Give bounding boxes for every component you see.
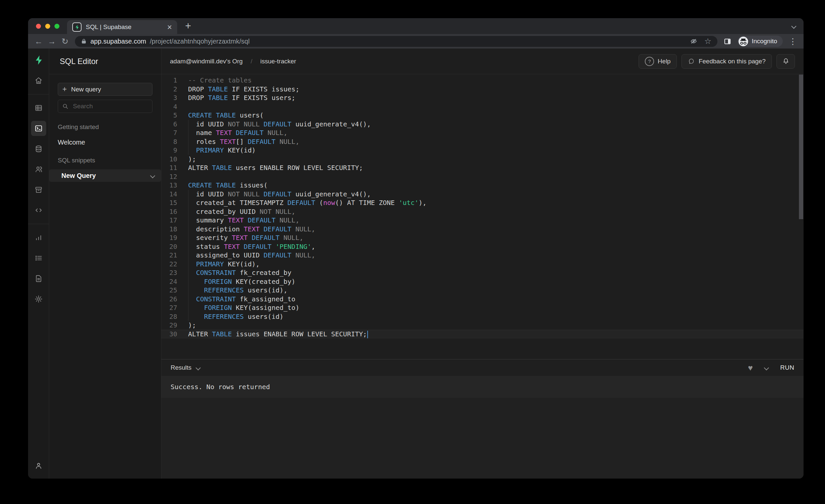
code-line[interactable]: 17 summary TEXT DEFAULT NULL, <box>161 216 804 225</box>
line-number: 5 <box>161 111 177 120</box>
code-line[interactable]: 18 description TEXT DEFAULT NULL, <box>161 225 804 234</box>
tab-search-chevron-icon[interactable] <box>792 23 796 29</box>
favorite-heart-icon[interactable]: ♥ <box>748 364 753 372</box>
code-line[interactable]: 9 PRIMARY KEY(id) <box>161 146 804 155</box>
storage-icon[interactable] <box>31 182 46 197</box>
window-maximize-button[interactable] <box>55 24 59 29</box>
docs-file-icon[interactable] <box>31 271 46 286</box>
code-line[interactable]: 21 assigned_to UUID DEFAULT NULL, <box>161 251 804 260</box>
nav-rail <box>28 49 49 479</box>
privacy-eye-off-icon[interactable] <box>690 37 698 45</box>
feedback-label: Feedback on this page? <box>699 58 766 65</box>
line-number: 23 <box>161 268 177 277</box>
code-line[interactable]: 23 CONSTRAINT fk_created_by <box>161 268 804 277</box>
sidebar-item-welcome[interactable]: Welcome <box>58 139 152 146</box>
search-box[interactable] <box>58 100 152 113</box>
line-number: 16 <box>161 207 177 216</box>
search-input[interactable] <box>72 102 148 110</box>
code-line[interactable]: 1-- Create tables <box>161 76 804 85</box>
code-line[interactable]: 8 roles TEXT[] DEFAULT NULL, <box>161 137 804 146</box>
results-empty-area <box>161 398 804 479</box>
supabase-logo-icon[interactable] <box>31 53 46 68</box>
code-line[interactable]: 14 id UUID NOT NULL DEFAULT uuid_generat… <box>161 190 804 199</box>
sidebar-item-new-query[interactable]: New Query <box>49 169 161 182</box>
reload-button[interactable]: ↻ <box>58 37 72 46</box>
browser-toolbar: ← → ↻ app.supabase.com/project/azahtnhqo… <box>28 34 804 49</box>
line-number: 6 <box>161 120 177 129</box>
run-options-chevron-icon[interactable] <box>764 365 769 370</box>
code-editor[interactable]: 1-- Create tables2DROP TABLE IF EXISTS i… <box>161 74 804 359</box>
code-line[interactable]: 25 REFERENCES users(id), <box>161 286 804 295</box>
page-title: SQL Editor <box>60 57 98 66</box>
line-number: 20 <box>161 242 177 251</box>
back-button[interactable]: ← <box>32 37 45 46</box>
code-line[interactable]: 29); <box>161 321 804 330</box>
code-line[interactable]: 28 REFERENCES users(id) <box>161 312 804 321</box>
breadcrumb-project[interactable]: issue-tracker <box>260 58 296 65</box>
bell-icon <box>782 57 790 65</box>
feedback-button[interactable]: Feedback on this page? <box>681 54 772 69</box>
line-number: 11 <box>161 163 177 172</box>
code-line[interactable]: 16 created_by UUID NOT NULL, <box>161 207 804 216</box>
help-button[interactable]: ? Help <box>639 54 677 69</box>
code-line[interactable]: 15 created_at TIMESTAMPTZ DEFAULT (now()… <box>161 198 804 207</box>
line-number: 19 <box>161 233 177 242</box>
account-icon[interactable] <box>31 458 46 473</box>
new-query-label: New query <box>71 86 101 93</box>
window-close-button[interactable] <box>36 24 41 29</box>
line-number: 15 <box>161 198 177 207</box>
new-tab-button[interactable]: + <box>185 21 191 31</box>
result-message: Success. No rows returned <box>161 376 804 398</box>
code-line[interactable]: 10); <box>161 155 804 164</box>
forward-button[interactable]: → <box>45 37 58 46</box>
code-line[interactable]: 13CREATE TABLE issues( <box>161 181 804 190</box>
table-editor-icon[interactable] <box>31 100 46 116</box>
supabase-favicon-icon <box>72 22 81 32</box>
new-query-button[interactable]: + New query <box>58 83 152 96</box>
breadcrumb-org[interactable]: adam@windmill.dev's Org <box>170 58 242 65</box>
code-line[interactable]: 6 id UUID NOT NULL DEFAULT uuid_generate… <box>161 120 804 129</box>
code-line[interactable]: 20 status TEXT DEFAULT 'PENDING', <box>161 242 804 251</box>
settings-gear-icon[interactable] <box>31 291 46 307</box>
results-dropdown[interactable]: Results <box>171 364 200 371</box>
code-line[interactable]: 30ALTER TABLE issues ENABLE ROW LEVEL SE… <box>161 330 804 339</box>
code-line[interactable]: 19 severity TEXT DEFAULT NULL, <box>161 233 804 242</box>
code-line[interactable]: 11ALTER TABLE users ENABLE ROW LEVEL SEC… <box>161 163 804 172</box>
home-icon[interactable] <box>31 73 46 88</box>
url-host: app.supabase.com <box>90 38 146 45</box>
run-button[interactable]: RUN <box>780 364 794 371</box>
bookmark-star-icon[interactable]: ☆ <box>704 37 711 45</box>
chevron-down-icon[interactable] <box>150 173 155 178</box>
reports-chart-icon[interactable] <box>31 230 46 245</box>
line-number: 18 <box>161 225 177 234</box>
editor-scrollbar[interactable] <box>799 75 803 219</box>
code-line[interactable]: 4 <box>161 102 804 111</box>
chevron-down-icon <box>196 365 201 370</box>
logs-list-icon[interactable] <box>31 250 46 266</box>
code-line[interactable]: 22 PRIMARY KEY(id), <box>161 260 804 269</box>
window-minimize-button[interactable] <box>45 24 50 29</box>
api-code-icon[interactable] <box>31 203 46 218</box>
line-number: 13 <box>161 181 177 190</box>
url-bar[interactable]: app.supabase.com/project/azahtnhqohyjerz… <box>75 36 718 47</box>
code-line[interactable]: 3DROP TABLE IF EXISTS users; <box>161 93 804 102</box>
code-line[interactable]: 7 name TEXT DEFAULT NULL, <box>161 128 804 137</box>
code-line[interactable]: 24 FOREIGN KEY(created_by) <box>161 277 804 286</box>
code-line[interactable]: 5CREATE TABLE users( <box>161 111 804 120</box>
code-line[interactable]: 2DROP TABLE IF EXISTS issues; <box>161 85 804 94</box>
authentication-users-icon[interactable] <box>31 162 46 177</box>
line-number: 4 <box>161 102 177 111</box>
side-panel-icon[interactable] <box>723 37 732 46</box>
tab-close-icon[interactable]: × <box>167 23 172 31</box>
help-label: Help <box>658 58 671 65</box>
browser-tab[interactable]: SQL | Supabase × <box>67 20 177 34</box>
notifications-button[interactable] <box>776 54 795 69</box>
code-line[interactable]: 12 <box>161 172 804 181</box>
code-line[interactable]: 27 FOREIGN KEY(assigned_to) <box>161 303 804 312</box>
rail-divider <box>28 224 49 224</box>
code-line[interactable]: 26 CONSTRAINT fk_assigned_to <box>161 295 804 304</box>
sql-editor-icon[interactable] <box>31 121 46 136</box>
database-icon[interactable] <box>31 141 46 156</box>
line-number: 10 <box>161 155 177 164</box>
browser-menu-icon[interactable]: ⋮ <box>789 37 797 46</box>
